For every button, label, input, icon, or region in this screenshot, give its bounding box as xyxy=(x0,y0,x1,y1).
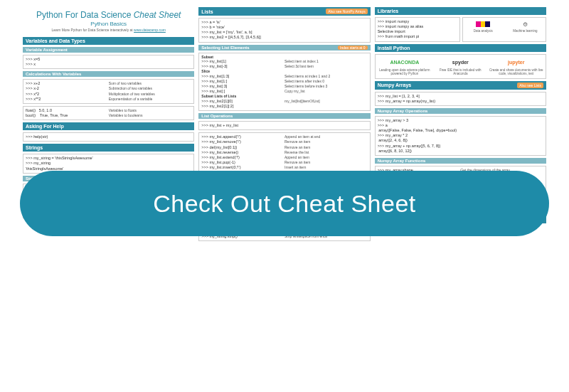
lib-pandas: Data analysis xyxy=(464,19,502,40)
code-list-init: >>> a = 'is' >>> b = 'nice' >>> my_list … xyxy=(198,18,370,43)
section-libraries: Libraries xyxy=(375,7,546,15)
ml-icon: ⚙ xyxy=(506,19,544,29)
cta-button[interactable]: Check Out Cheat Sheet xyxy=(20,171,549,236)
title-text: Python For Data Science xyxy=(36,10,134,20)
title-emphasis: Cheat Sheet xyxy=(134,10,181,20)
section-variables: Variables and Data Types xyxy=(23,37,194,45)
section-install: Install Python xyxy=(375,44,546,52)
spyder-icon: spyder xyxy=(432,58,488,68)
learn-text: Learn More Python for Data Science inter… xyxy=(51,28,134,32)
subsection-select-label: Selecting List Elements xyxy=(201,46,249,50)
tag-lists: Also see Lists xyxy=(517,83,543,88)
code-conv: float() 5.0, 1.0Variables to floatsbool(… xyxy=(23,106,194,120)
tag-index0: Index starts at 0 xyxy=(338,46,368,50)
subsection-listops: List Operations xyxy=(198,113,370,119)
subsection-npops: Numpy Array Operations xyxy=(375,108,546,114)
main-title: Python For Data Science Cheat Sheet xyxy=(23,10,194,20)
section-lists-label: Lists xyxy=(201,9,213,14)
code-help: >>> help(str) xyxy=(23,132,194,142)
learn-more: Learn More Python for Data Science inter… xyxy=(23,28,194,32)
code-imports: >>> import numpy >>> import numpy as ali… xyxy=(375,17,460,42)
code-np-init: >>> my_list = [1, 2, 3, 4] >>> my_array … xyxy=(375,92,546,106)
subsection-calc: Calculations With Variables xyxy=(23,71,194,77)
library-icons: Data analysis ⚙Machine learning xyxy=(462,17,546,42)
subsection-var-assign: Variable Assignment xyxy=(23,47,194,53)
section-numpy: Numpy Arrays Also see Lists xyxy=(375,81,546,90)
logo-anaconda: ANACONDALeading open data science platfo… xyxy=(377,58,432,75)
section-lists: Lists Also see NumPy Arrays xyxy=(198,7,370,16)
subsection-npfn: Numpy Array Functions xyxy=(375,158,546,164)
section-help: Asking For Help xyxy=(23,122,194,130)
subsection-select: Selecting List Elements Index starts at … xyxy=(198,45,370,51)
cta-label: Check Out Cheat Sheet xyxy=(153,190,416,218)
code-calc: >>> x+2Sum of two variables>>> x-2Subtra… xyxy=(23,79,194,104)
title-block: Python For Data Science Cheat Sheet Pyth… xyxy=(23,7,194,35)
jupyter-icon: jupyter xyxy=(489,58,544,68)
logo-jupyter: jupyterCreate and share documents with l… xyxy=(489,58,544,75)
lib-ml: ⚙Machine learning xyxy=(506,19,544,40)
logo-spyder: spyderFree IDE that is included with Ana… xyxy=(432,58,488,75)
tag-numpy: Also see NumPy Arrays xyxy=(326,9,368,14)
code-select: Subset>>> my_list[1]Select item at index… xyxy=(198,53,370,112)
section-strings: Strings xyxy=(23,144,194,152)
pandas-icon xyxy=(476,21,490,27)
subtitle: Python Basics xyxy=(23,21,194,27)
anaconda-icon: ANACONDA xyxy=(377,58,432,68)
code-npops: >>> my_array > 3 >>> a array([False, Fal… xyxy=(375,116,546,156)
code-var-assign: >>> x=5 >>> x xyxy=(23,55,194,69)
section-numpy-label: Numpy Arrays xyxy=(378,83,412,88)
datacamp-link[interactable]: www.datacamp.com xyxy=(134,28,166,32)
code-listops1: >>> my_list + my_list xyxy=(198,121,370,130)
install-logos: ANACONDALeading open data science platfo… xyxy=(375,54,546,79)
